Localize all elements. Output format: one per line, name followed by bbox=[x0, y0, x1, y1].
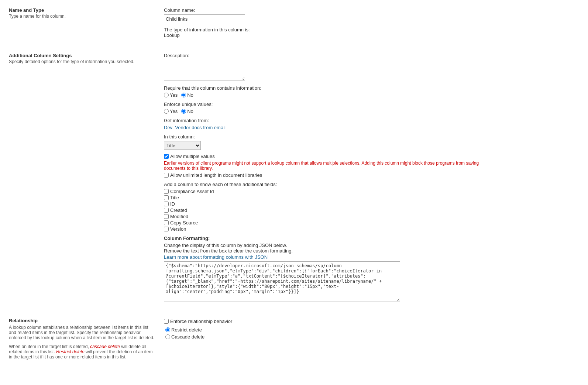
enforce-unique-no-radio[interactable]: No bbox=[181, 109, 193, 114]
field-modified-cb[interactable] bbox=[164, 214, 169, 219]
restrict-delete-radio[interactable]: Restrict delete bbox=[165, 327, 202, 333]
enforce-relationship-label: Enforce relationship behavior bbox=[170, 319, 232, 324]
restrict-delete-link[interactable]: Restrict delete bbox=[56, 349, 85, 354]
allow-multiple-checkbox[interactable] bbox=[164, 154, 169, 159]
field-created-cb[interactable] bbox=[164, 208, 169, 213]
require-no-radio[interactable]: No bbox=[181, 92, 193, 98]
enforce-relationship-row: Enforce relationship behavior bbox=[164, 319, 579, 324]
additional-settings-desc: Specify detailed options for the type of… bbox=[9, 59, 157, 64]
require-label: Require that this column contains inform… bbox=[164, 85, 579, 91]
additional-fields-list: Compliance Asset Id Title ID Created Mod… bbox=[164, 189, 579, 232]
additional-settings-header: Additional Column Settings bbox=[9, 53, 157, 58]
cascade-delete-radio[interactable]: Cascade delete bbox=[165, 334, 204, 340]
name-and-type-header: Name and Type bbox=[9, 7, 157, 13]
field-version: Version bbox=[164, 226, 579, 232]
require-yes-radio[interactable]: Yes bbox=[164, 92, 178, 98]
field-id-cb[interactable] bbox=[164, 202, 169, 206]
description-textarea[interactable] bbox=[164, 60, 245, 80]
enforce-relationship-checkbox[interactable] bbox=[164, 319, 169, 324]
field-copy-source-cb[interactable] bbox=[164, 220, 169, 225]
field-id: ID bbox=[164, 201, 579, 207]
in-this-column-select[interactable]: Title ID Created Modified Version bbox=[164, 141, 201, 150]
column-type-value: Lookup bbox=[164, 32, 180, 38]
relationship-desc1: A lookup column establishes a relationsh… bbox=[9, 325, 157, 340]
field-copy-source: Copy Source bbox=[164, 220, 579, 226]
enforce-unique-yes-radio[interactable]: Yes bbox=[164, 109, 178, 114]
relationship-desc2: When an item in the target list is delet… bbox=[9, 344, 157, 360]
warning-text: Earlier versions of client programs migh… bbox=[164, 161, 496, 171]
field-title: Title bbox=[164, 195, 579, 200]
allow-unlimited-checkbox[interactable] bbox=[164, 173, 169, 178]
field-title-cb[interactable] bbox=[164, 195, 169, 200]
field-compliance-asset-id-cb[interactable] bbox=[164, 189, 169, 194]
name-and-type-desc: Type a name for this column. bbox=[9, 14, 157, 19]
add-column-label: Add a column to show each of these addit… bbox=[164, 182, 579, 187]
field-modified: Modified bbox=[164, 214, 579, 219]
column-name-label: Column name: bbox=[164, 7, 579, 13]
relationship-header: Relationship bbox=[9, 318, 157, 323]
field-created: Created bbox=[164, 207, 579, 213]
get-info-value: Dev_Vendor docs from email bbox=[164, 125, 579, 130]
field-version-cb[interactable] bbox=[164, 227, 169, 231]
allow-unlimited-label: Allow unlimited length in document libra… bbox=[170, 172, 262, 178]
cascade-delete-link[interactable]: cascade delete bbox=[90, 344, 120, 349]
formatting-json-textarea[interactable]: {"$schema":"https://developer.microsoft.… bbox=[164, 261, 400, 302]
formatting-desc2: Remove the text from the box to clear th… bbox=[164, 248, 579, 254]
formatting-learn-more-link[interactable]: Learn more about formatting columns with… bbox=[164, 254, 268, 260]
column-name-input[interactable] bbox=[164, 14, 245, 23]
enforce-unique-label: Enforce unique values: bbox=[164, 102, 579, 107]
column-type-label: The type of information in this column i… bbox=[164, 27, 250, 32]
get-info-label: Get information from: bbox=[164, 118, 579, 123]
allow-multiple-label: Allow multiple values bbox=[170, 154, 215, 159]
column-formatting-header: Column Formatting: bbox=[164, 236, 579, 241]
description-label: Description: bbox=[164, 53, 579, 58]
formatting-desc1: Change the display of this column by add… bbox=[164, 243, 579, 248]
field-compliance-asset-id: Compliance Asset Id bbox=[164, 189, 579, 194]
in-this-column-label: In this column: bbox=[164, 134, 579, 140]
